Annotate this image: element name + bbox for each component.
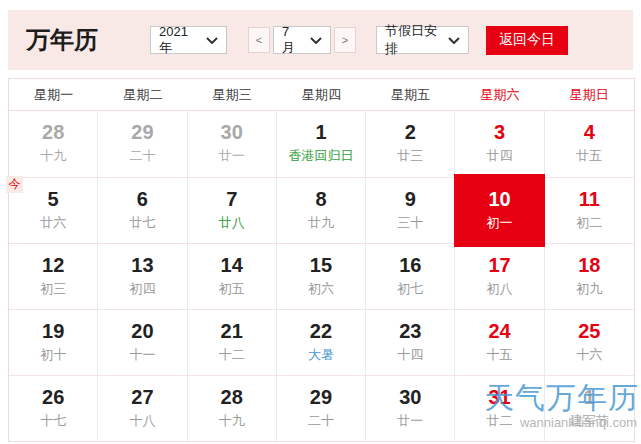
day-number: 24: [455, 319, 543, 343]
day-number: 26: [9, 385, 97, 409]
day-number: 22: [277, 319, 365, 343]
lunar-label: 廿五: [545, 146, 634, 166]
calendar-cell[interactable]: 23十四: [366, 309, 455, 375]
day-number: 18: [545, 253, 634, 277]
calendar-grid: 28十九29二十30廿一1香港回归日2廿三3廿四4廿五5廿六6廿七7廿八8廿九9…: [9, 111, 634, 441]
year-select-value: 2021年: [159, 24, 198, 57]
lunar-label: 香港回归日: [277, 146, 365, 166]
weekday-header: 星期日: [545, 86, 634, 104]
lunar-label: 初六: [277, 279, 365, 299]
lunar-label: 廿一: [188, 146, 276, 166]
next-month-button[interactable]: >: [334, 27, 356, 53]
day-number: 29: [98, 120, 186, 144]
page-title: 万年历: [26, 24, 98, 56]
day-number: 16: [366, 253, 454, 277]
calendar-cell[interactable]: 22大暑: [277, 309, 366, 375]
calendar-cell[interactable]: 28十九: [9, 111, 98, 177]
lunar-label: 初九: [545, 279, 634, 299]
lunar-label: 廿一: [366, 411, 454, 431]
calendar-cell[interactable]: 21十二: [188, 309, 277, 375]
day-number: 1: [545, 385, 634, 409]
lunar-label: 初八: [455, 279, 543, 299]
calendar-cell[interactable]: 27十八: [98, 375, 187, 441]
day-number: 30: [188, 120, 276, 144]
weekday-header: 星期四: [277, 86, 366, 104]
day-number: 19: [9, 319, 97, 343]
weekday-header: 星期二: [98, 86, 187, 104]
day-number: 10: [455, 187, 543, 211]
calendar-cell[interactable]: 12初三: [9, 243, 98, 309]
day-number: 1: [277, 120, 365, 144]
calendar-cell[interactable]: 28十九: [188, 375, 277, 441]
weekday-header: 星期五: [366, 86, 455, 104]
day-number: 7: [188, 187, 276, 211]
calendar-cell[interactable]: 13初四: [98, 243, 187, 309]
lunar-label: 十九: [188, 411, 276, 431]
lunar-label: 廿八: [188, 213, 276, 233]
calendar-cell[interactable]: 31廿二: [455, 375, 544, 441]
lunar-label: 十二: [188, 345, 276, 365]
calendar-cell[interactable]: 29二十: [98, 111, 187, 177]
calendar-cell[interactable]: 15初六: [277, 243, 366, 309]
lunar-label: 廿六: [9, 213, 97, 233]
calendar-cell[interactable]: 18初九: [545, 243, 634, 309]
day-number: 25: [545, 319, 634, 343]
calendar-cell[interactable]: 17初八: [455, 243, 544, 309]
day-number: 31: [455, 385, 543, 409]
calendar-cell[interactable]: 16初七: [366, 243, 455, 309]
calendar-cell[interactable]: 26十七: [9, 375, 98, 441]
day-number: 21: [188, 319, 276, 343]
month-select-value: 7月: [282, 24, 302, 57]
lunar-label: 十八: [98, 411, 186, 431]
calendar-cell[interactable]: 2廿三: [366, 111, 455, 177]
calendar-cell[interactable]: 25十六: [545, 309, 634, 375]
holiday-select[interactable]: 节假日安排: [376, 26, 469, 54]
lunar-label: 大暑: [277, 345, 365, 365]
prev-month-button[interactable]: <: [248, 27, 270, 53]
calendar-cell[interactable]: 10初一: [455, 177, 544, 243]
calendar-cell[interactable]: 7廿八: [188, 177, 277, 243]
calendar-cell[interactable]: 8廿九: [277, 177, 366, 243]
calendar-cell[interactable]: 24十五: [455, 309, 544, 375]
chevron-down-icon: [310, 37, 322, 44]
calendar-cell[interactable]: 29二十: [277, 375, 366, 441]
lunar-label: 十五: [455, 345, 543, 365]
lunar-label: 建军节: [545, 411, 634, 431]
day-number: 28: [188, 385, 276, 409]
calendar-cell[interactable]: 1建军节: [545, 375, 634, 441]
weekday-header: 星期三: [188, 86, 277, 104]
day-number: 12: [9, 253, 97, 277]
lunar-label: 初三: [9, 279, 97, 299]
lunar-label: 初一: [455, 213, 543, 233]
calendar-cell[interactable]: 11初二: [545, 177, 634, 243]
day-number: 23: [366, 319, 454, 343]
day-number: 27: [98, 385, 186, 409]
year-select[interactable]: 2021年: [150, 26, 227, 54]
month-select[interactable]: 7月: [273, 26, 331, 54]
weekday-header: 星期一: [9, 86, 98, 104]
calendar-cell[interactable]: 1香港回归日: [277, 111, 366, 177]
day-number: 8: [277, 187, 365, 211]
calendar-cell[interactable]: 14初五: [188, 243, 277, 309]
day-number: 6: [98, 187, 186, 211]
lunar-label: 初七: [366, 279, 454, 299]
lunar-label: 廿三: [366, 146, 454, 166]
lunar-label: 十九: [9, 146, 97, 166]
weekday-header-row: 星期一星期二星期三星期四星期五星期六星期日: [9, 79, 634, 111]
calendar-cell[interactable]: 30廿一: [366, 375, 455, 441]
day-number: 14: [188, 253, 276, 277]
day-number: 9: [366, 187, 454, 211]
back-to-today-button[interactable]: 返回今日: [486, 26, 568, 55]
day-number: 11: [545, 187, 634, 211]
calendar-cell[interactable]: 4廿五: [545, 111, 634, 177]
lunar-label: 二十: [277, 411, 365, 431]
calendar-cell[interactable]: 9三十: [366, 177, 455, 243]
lunar-label: 初五: [188, 279, 276, 299]
calendar-cell[interactable]: 20十一: [98, 309, 187, 375]
calendar-cell[interactable]: 3廿四: [455, 111, 544, 177]
calendar-cell[interactable]: 6廿七: [98, 177, 187, 243]
lunar-label: 初十: [9, 345, 97, 365]
chevron-down-icon: [206, 37, 218, 44]
calendar-cell[interactable]: 30廿一: [188, 111, 277, 177]
calendar-cell[interactable]: 19初十: [9, 309, 98, 375]
